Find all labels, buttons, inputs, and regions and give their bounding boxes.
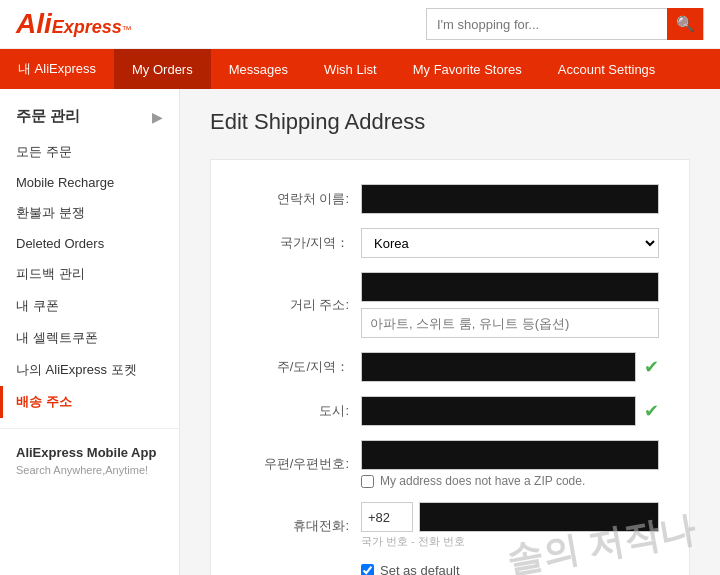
zip-checkbox-row: My address does not have a ZIP code. bbox=[361, 474, 659, 488]
country-field: Korea bbox=[361, 228, 659, 258]
sidebar-app-promo: AliExpress Mobile App Search Anywhere,An… bbox=[0, 428, 179, 492]
country-row: 국가/지역： Korea bbox=[241, 228, 659, 258]
form-container: 연락처 이름: 국가/지역： Korea 거리 주소: bbox=[210, 159, 690, 575]
city-field: ████████ ✔ bbox=[361, 396, 659, 426]
street-row: 거리 주소: bbox=[241, 272, 659, 338]
phone-hint: 국가 번호 - 전화 번호 bbox=[361, 534, 659, 549]
phone-row: 휴대전화: 국가 번호 - 전화 번호 bbox=[241, 502, 659, 549]
contact-name-row: 연락처 이름: bbox=[241, 184, 659, 214]
contact-name-input[interactable] bbox=[361, 184, 659, 214]
province-row: 주/도/지역： ████████ ✔ bbox=[241, 352, 659, 382]
default-row: Set as default bbox=[361, 563, 659, 575]
sidebar-item-feedback[interactable]: 피드백 관리 bbox=[0, 258, 179, 290]
city-label: 도시: bbox=[241, 402, 361, 420]
main-nav: 내 AliExpress My Orders Messages Wish Lis… bbox=[0, 49, 720, 89]
sidebar-header: 주문 관리 ▶ bbox=[0, 101, 179, 136]
content-area: Edit Shipping Address 솔의 저작나니 연락처 이름: 국가… bbox=[180, 89, 720, 575]
page-title: Edit Shipping Address bbox=[210, 109, 690, 135]
city-row: 도시: ████████ ✔ bbox=[241, 396, 659, 426]
city-check-icon: ✔ bbox=[644, 400, 659, 422]
sidebar-app-subtitle: Search Anywhere,Anytime! bbox=[16, 464, 163, 476]
search-bar: 🔍 bbox=[426, 8, 704, 40]
sidebar-item-mobile-recharge[interactable]: Mobile Recharge bbox=[0, 168, 179, 197]
zip-no-code-checkbox[interactable] bbox=[361, 475, 374, 488]
sidebar-item-coupon[interactable]: 내 쿠폰 bbox=[0, 290, 179, 322]
nav-account-settings[interactable]: Account Settings bbox=[540, 49, 674, 89]
province-field: ████████ ✔ bbox=[361, 352, 659, 382]
main-layout: 주문 관리 ▶ 모든 주문 Mobile Recharge 환불과 분쟁 Del… bbox=[0, 89, 720, 575]
set-as-default-checkbox[interactable] bbox=[361, 564, 374, 575]
zip-no-code-label: My address does not have a ZIP code. bbox=[380, 474, 585, 488]
logo: AliExpress™ bbox=[16, 8, 132, 40]
sidebar-collapse-icon[interactable]: ▶ bbox=[152, 109, 163, 125]
search-button[interactable]: 🔍 bbox=[667, 8, 703, 40]
nav-messages[interactable]: Messages bbox=[211, 49, 306, 89]
nav-favorite-stores[interactable]: My Favorite Stores bbox=[395, 49, 540, 89]
sidebar-title: 주문 관리 bbox=[16, 107, 80, 126]
sidebar: 주문 관리 ▶ 모든 주문 Mobile Recharge 환불과 분쟁 Del… bbox=[0, 89, 180, 575]
province-label: 주/도/지역： bbox=[241, 358, 361, 376]
sidebar-item-pocket[interactable]: 나의 AliExpress 포켓 bbox=[0, 354, 179, 386]
phone-number-input[interactable] bbox=[419, 502, 659, 532]
phone-field: 국가 번호 - 전화 번호 bbox=[361, 502, 659, 549]
logo-ali: Ali bbox=[16, 8, 52, 40]
set-as-default-label: Set as default bbox=[380, 563, 460, 575]
sidebar-app-title: AliExpress Mobile App bbox=[16, 445, 163, 460]
header: AliExpress™ 🔍 bbox=[0, 0, 720, 49]
street-input[interactable] bbox=[361, 272, 659, 302]
country-label: 국가/지역： bbox=[241, 234, 361, 252]
sidebar-item-refund-dispute[interactable]: 환불과 분쟁 bbox=[0, 197, 179, 229]
zip-field: My address does not have a ZIP code. bbox=[361, 440, 659, 488]
province-select[interactable]: ████████ bbox=[361, 352, 636, 382]
street-optional-input[interactable] bbox=[361, 308, 659, 338]
contact-name-label: 연락처 이름: bbox=[241, 190, 361, 208]
nav-my-orders[interactable]: My Orders bbox=[114, 49, 211, 89]
phone-group bbox=[361, 502, 659, 532]
country-select[interactable]: Korea bbox=[361, 228, 659, 258]
nav-wish-list[interactable]: Wish List bbox=[306, 49, 395, 89]
search-icon: 🔍 bbox=[676, 15, 695, 33]
street-field bbox=[361, 272, 659, 338]
logo-tm: ™ bbox=[122, 24, 132, 35]
zip-input[interactable] bbox=[361, 440, 659, 470]
phone-code-input[interactable] bbox=[361, 502, 413, 532]
logo-express: Express bbox=[52, 17, 122, 38]
zip-row: 우편/우편번호: My address does not have a ZIP … bbox=[241, 440, 659, 488]
sidebar-item-all-orders[interactable]: 모든 주문 bbox=[0, 136, 179, 168]
province-check-icon: ✔ bbox=[644, 356, 659, 378]
search-input[interactable] bbox=[427, 17, 667, 32]
street-label: 거리 주소: bbox=[241, 296, 361, 314]
sidebar-item-shipping-address[interactable]: 배송 주소 bbox=[0, 386, 179, 418]
sidebar-item-deleted-orders[interactable]: Deleted Orders bbox=[0, 229, 179, 258]
sidebar-item-select-coupon[interactable]: 내 셀렉트쿠폰 bbox=[0, 322, 179, 354]
contact-name-field bbox=[361, 184, 659, 214]
city-select[interactable]: ████████ bbox=[361, 396, 636, 426]
phone-label: 휴대전화: bbox=[241, 517, 361, 535]
zip-label: 우편/우편번호: bbox=[241, 455, 361, 473]
nav-my-aliexpress[interactable]: 내 AliExpress bbox=[0, 49, 114, 89]
